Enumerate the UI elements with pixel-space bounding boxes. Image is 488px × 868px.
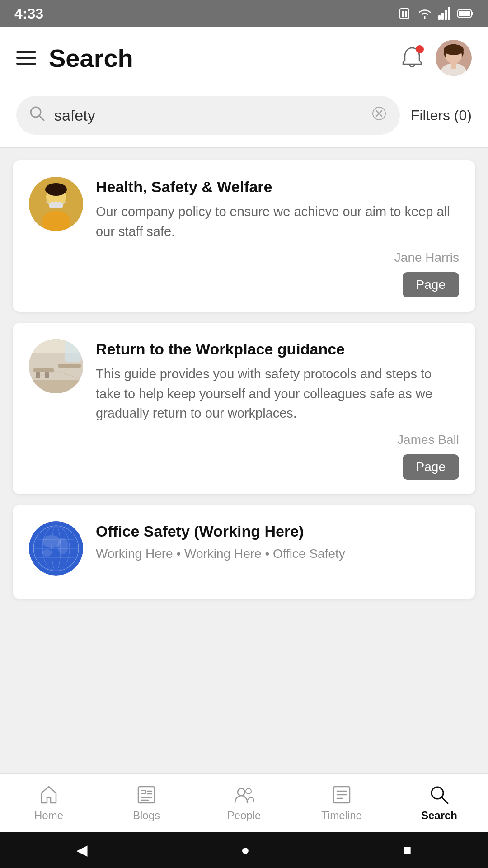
svg-point-29 [45, 183, 67, 196]
status-bar: 4:33 [0, 0, 488, 27]
android-home-button[interactable]: ● [241, 842, 249, 859]
nav-item-blogs[interactable]: Blogs [98, 778, 195, 827]
svg-rect-3 [402, 14, 404, 17]
svg-rect-1 [402, 11, 404, 14]
top-bar-right [399, 40, 472, 76]
search-glass-icon [29, 105, 45, 126]
wifi-icon [417, 7, 433, 20]
card-title: Office Safety (Working Here) [96, 521, 459, 541]
nav-label-people: People [227, 809, 261, 822]
nav-item-home[interactable]: Home [0, 778, 98, 827]
search-input-wrapper [16, 96, 400, 135]
card-info: Return to the Workplace guidance This gu… [96, 339, 459, 424]
svg-rect-33 [33, 368, 54, 372]
card-footer: James Ball [29, 433, 459, 447]
card-top: Return to the Workplace guidance This gu… [29, 339, 459, 424]
result-card[interactable]: Office Safety (Working Here) Working Her… [13, 505, 475, 599]
card-author: James Ball [397, 433, 459, 447]
avatar[interactable] [436, 40, 472, 76]
svg-rect-26 [49, 202, 63, 208]
blogs-icon [136, 784, 157, 806]
card-thumbnail [29, 339, 83, 393]
android-nav: ◀ ● ■ [0, 832, 488, 868]
search-nav-icon [428, 784, 450, 806]
card-top: Health, Safety & Welfare Our company pol… [29, 177, 459, 241]
nav-label-timeline: Timeline [321, 809, 362, 822]
page-title: Search [49, 43, 133, 73]
card-title: Return to the Workplace guidance [96, 339, 459, 359]
signal-icon [438, 7, 452, 20]
svg-rect-5 [438, 15, 441, 20]
svg-point-43 [57, 538, 68, 554]
status-icons [398, 7, 474, 20]
svg-point-44 [42, 549, 52, 557]
nav-label-search: Search [421, 809, 457, 822]
top-bar-left: Search [16, 43, 133, 73]
search-section: Filters (0) [0, 87, 488, 148]
result-card[interactable]: Health, Safety & Welfare Our company pol… [13, 160, 475, 312]
search-input[interactable] [54, 107, 371, 124]
battery-icon [457, 8, 474, 19]
svg-rect-2 [405, 11, 407, 14]
nav-item-timeline[interactable]: Timeline [293, 778, 390, 827]
svg-rect-34 [58, 364, 81, 368]
people-icon [233, 784, 255, 806]
status-time: 4:33 [14, 5, 43, 22]
card-desc: Our company policy to ensure we achieve … [96, 202, 459, 241]
android-back-button[interactable]: ◀ [76, 841, 88, 859]
bottom-nav: Home Blogs People Timeline [0, 773, 488, 832]
svg-rect-0 [400, 9, 409, 19]
card-tag[interactable]: Page [403, 272, 459, 297]
android-recent-button[interactable]: ■ [403, 842, 411, 859]
nav-label-home: Home [34, 809, 63, 822]
nav-label-blogs: Blogs [133, 809, 160, 822]
card-subtitle: Working Here • Working Here • Office Saf… [96, 547, 459, 561]
svg-line-19 [39, 116, 44, 120]
svg-rect-8 [448, 7, 450, 20]
home-icon [38, 784, 60, 806]
top-bar: Search [0, 27, 488, 87]
hamburger-button[interactable] [16, 51, 36, 65]
card-thumbnail [29, 177, 83, 231]
card-top: Office Safety (Working Here) Working Her… [29, 521, 459, 576]
card-footer: Jane Harris [29, 250, 459, 265]
notification-badge [416, 45, 424, 53]
svg-line-64 [442, 797, 448, 803]
card-title: Health, Safety & Welfare [96, 177, 459, 197]
svg-rect-4 [405, 14, 407, 17]
svg-rect-52 [141, 790, 145, 794]
svg-point-58 [246, 788, 251, 794]
notification-button[interactable] [399, 44, 425, 71]
search-results: Health, Safety & Welfare Our company pol… [0, 148, 488, 612]
svg-point-15 [444, 44, 464, 55]
svg-point-57 [238, 788, 245, 796]
nav-item-people[interactable]: People [195, 778, 293, 827]
card-info: Health, Safety & Welfare Our company pol… [96, 177, 459, 241]
search-row: Filters (0) [16, 96, 472, 135]
card-author: Jane Harris [394, 250, 459, 265]
timeline-icon [331, 784, 352, 806]
svg-rect-11 [459, 11, 470, 16]
svg-rect-10 [471, 12, 473, 15]
nav-item-search[interactable]: Search [390, 778, 488, 827]
result-card[interactable]: Return to the Workplace guidance This gu… [13, 323, 475, 494]
sim-icon [398, 7, 411, 20]
svg-rect-17 [451, 62, 456, 69]
svg-rect-37 [65, 341, 81, 362]
svg-rect-6 [441, 13, 444, 20]
card-tag[interactable]: Page [403, 454, 459, 480]
card-thumbnail [29, 521, 83, 576]
card-info: Office Safety (Working Here) Working Her… [96, 521, 459, 561]
svg-rect-32 [29, 380, 83, 393]
card-desc: This guide provides you with safety prot… [96, 364, 459, 424]
search-clear-icon[interactable] [371, 105, 387, 126]
filters-button[interactable]: Filters (0) [411, 107, 472, 124]
svg-rect-7 [445, 10, 447, 20]
